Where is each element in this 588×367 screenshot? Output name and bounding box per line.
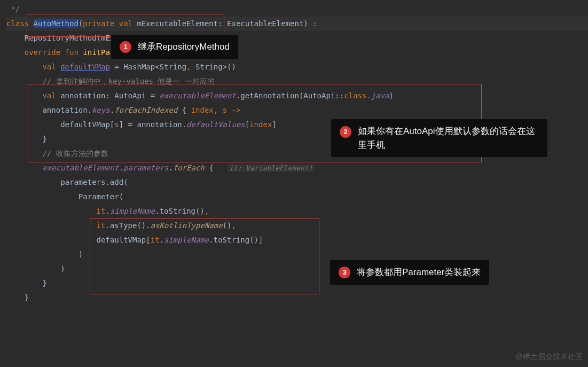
code-line: val annotation: AutoApi = executableElem… xyxy=(6,89,588,103)
code-line: Parameter( xyxy=(6,190,588,204)
annotation-callout-2: 2 如果你有在AutoApi使用默认参数的话会在这里手机 xyxy=(331,119,547,157)
inline-hint: it: VariableElement! xyxy=(227,164,315,172)
annotation-callout-1: 1 继承RepositoryMethod xyxy=(111,35,238,59)
annotation-text-3: 将参数都用Parameter类装起来 xyxy=(357,266,481,279)
code-line: override fun initParameters() { xyxy=(6,45,588,60)
code-line: executableElement.parameters.forEach { i… xyxy=(6,161,588,175)
code-line-comment: // 拿到注解的中，key-values 他是一 一对应的 xyxy=(6,74,588,89)
code-line: */ xyxy=(6,2,588,17)
annotation-text-2: 如果你有在AutoApi使用默认参数的话会在这里手机 xyxy=(358,124,539,152)
code-line: it.simpleName.toString(), xyxy=(6,204,588,218)
code-line: defaultVMap[it.simpleName.toString()] xyxy=(6,233,588,247)
code-line: parameters.add( xyxy=(6,175,588,190)
code-line: } xyxy=(6,276,588,291)
code-line: RepositoryMethod(mExecutableElement) { xyxy=(6,31,588,45)
annotation-text-1: 继承RepositoryMethod xyxy=(138,40,230,54)
code-line: annotation.keys.forEachIndexed { index, … xyxy=(6,103,588,118)
selected-text: AutoMethod xyxy=(34,19,79,28)
watermark: @稀土掘金技术社区 xyxy=(515,349,583,364)
badge-2: 2 xyxy=(340,126,351,138)
code-line: it.asType().asKotlinTypeName(), xyxy=(6,218,588,233)
badge-1: 1 xyxy=(120,41,131,53)
annotation-callout-3: 3 将参数都用Parameter类装起来 xyxy=(330,260,489,285)
code-line: ) xyxy=(6,247,588,262)
code-line: class AutoMethod(private val mExecutable… xyxy=(6,17,588,31)
code-line: val defaultVMap = HashMap<String, String… xyxy=(6,60,588,74)
badge-3: 3 xyxy=(339,267,350,278)
code-line: } xyxy=(6,291,588,305)
code-line: ) xyxy=(6,262,588,276)
